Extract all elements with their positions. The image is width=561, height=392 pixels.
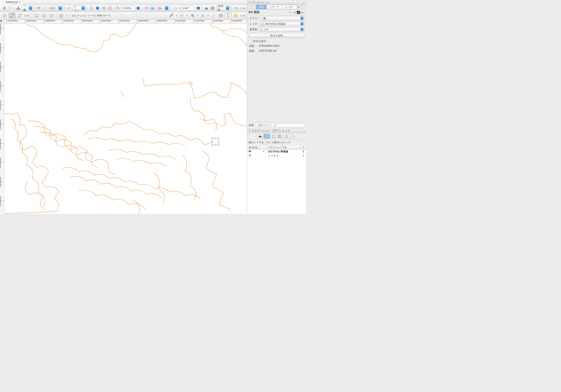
tool-bucket-icon[interactable]: [189, 13, 195, 18]
obj-prev-icon[interactable]: ◀: [292, 11, 296, 14]
nav-design-layers-icon[interactable]: [264, 134, 270, 138]
page-dropdown[interactable]: [95, 6, 100, 11]
tab-shape[interactable]: 形状: [256, 5, 267, 9]
selection-handle[interactable]: [212, 138, 219, 145]
nav-classes-icon[interactable]: [257, 134, 263, 138]
class-dropdown[interactable]: 一般: [22, 6, 33, 11]
multi-view-icon[interactable]: [210, 6, 215, 11]
zoom-dropdown[interactable]: [136, 6, 141, 11]
nav-viewports-icon[interactable]: [277, 134, 283, 138]
class-select[interactable]: 一般: [259, 16, 304, 20]
svg-rect-10: [213, 8, 214, 10]
close-palette-icon[interactable]: ✕: [248, 1, 251, 4]
svg-rect-28: [261, 23, 264, 25]
tool-gear-icon[interactable]: [179, 13, 185, 18]
other-layers-select[interactable]: グレイ表示+スナップ: [266, 141, 304, 144]
visibility-icon[interactable]: 👁: [248, 154, 251, 157]
visibility-icon[interactable]: 👁: [248, 150, 251, 153]
tabs-next-icon[interactable]: ▶: [297, 6, 300, 8]
obj-next-icon[interactable]: ▶: [301, 11, 304, 14]
toolbar-overflow-icon[interactable]: ▶: [243, 14, 246, 17]
svg-rect-0: [18, 7, 19, 7]
angle-down-icon[interactable]: ▾: [179, 7, 181, 9]
back-button[interactable]: [1, 6, 7, 11]
layers-table: 表示設定 デザインレイヤ名 # 👁✓20170101-等高線1👁レイヤ-12: [247, 145, 306, 214]
tab-record[interactable]: レコード: [267, 5, 282, 9]
layer-row[interactable]: 👁✓20170101-等高線1: [247, 149, 306, 154]
layer-row[interactable]: 👁レイヤ-12: [247, 154, 306, 158]
forward-button[interactable]: [8, 6, 13, 11]
nav-header[interactable]: ✕ ナビゲーション - デザインレイヤ ?: [247, 128, 306, 133]
ruler-origin-icon[interactable]: ✥: [0, 20, 4, 24]
svg-rect-3: [19, 9, 20, 10]
tool-wand-icon[interactable]: [168, 13, 174, 18]
tool-3d-icon[interactable]: [232, 13, 239, 18]
mode-disabled-icon[interactable]: [1, 13, 8, 18]
nav-references-icon[interactable]: [290, 134, 296, 138]
ruler-horizontal[interactable]: 1010000001020000001030000001040000001050…: [4, 20, 247, 24]
help-icon[interactable]: ?: [303, 1, 304, 4]
sheet-icon[interactable]: [42, 6, 47, 11]
plane-dropdown[interactable]: 2D平面: [216, 6, 230, 11]
layer-dropdown[interactable]: レイ…: [72, 6, 86, 11]
mode-single-select-icon[interactable]: [9, 13, 15, 18]
fit-page-icon[interactable]: [101, 6, 106, 11]
cube-pink-icon[interactable]: [143, 6, 149, 11]
ruler-vertical[interactable]: 1800000001900000002000000002100000002200…: [0, 24, 4, 214]
obj-menu-icon[interactable]: •••: [288, 11, 292, 14]
nav-help-icon[interactable]: ?: [303, 129, 304, 132]
object-name-input[interactable]: [256, 123, 304, 127]
palette-header[interactable]: ✕ データパレット ?: [247, 0, 306, 5]
svg-rect-19: [28, 15, 29, 16]
tool-blank-page-icon[interactable]: [225, 13, 231, 18]
layers-stack-icon[interactable]: [36, 6, 41, 11]
zoom-field[interactable]: 0.002%: [122, 6, 135, 11]
layer-plane-active-icon[interactable]: [150, 6, 155, 11]
mode-rect-icon[interactable]: [33, 13, 40, 18]
tool-eraser-icon[interactable]: [210, 13, 216, 18]
tool-grid-icon[interactable]: [217, 13, 224, 18]
saved-view-dropdown[interactable]: 2017...: [48, 6, 63, 11]
obj-current-icon[interactable]: ●: [297, 11, 300, 14]
close-tab-icon[interactable]: ✕: [2, 1, 4, 3]
zoom-icon[interactable]: [116, 6, 121, 11]
drawing-canvas[interactable]: ✥ 10100000010200000010300000010400000010…: [0, 20, 247, 214]
svg-rect-31: [261, 137, 262, 138]
tab-render[interactable]: レンダー: [282, 5, 297, 9]
mode-bar: ▾ セレクション ツール: 矩形 モード ▾ ▾ ▾ ▾ ▾ ▶: [0, 12, 247, 20]
mode-lasso-icon[interactable]: [41, 13, 47, 18]
document-tab[interactable]: ✕ 名称未設定 3: [0, 0, 23, 4]
view-2d-dropdown[interactable]: 2D/…: [156, 6, 169, 11]
nav-sheet-layers-icon[interactable]: [270, 134, 276, 138]
arrow-left-pink-icon[interactable]: [66, 6, 71, 11]
overflow-icon[interactable]: ▶: [243, 7, 246, 9]
reverse-direction-button[interactable]: 向きを反転: [248, 33, 304, 38]
svg-rect-29: [260, 135, 261, 136]
fit-objects-icon[interactable]: [107, 6, 112, 11]
angle-dropdown[interactable]: [196, 6, 201, 11]
teapot-icon[interactable]: [233, 6, 239, 11]
layer-select[interactable]: 20170101-等高線: [259, 22, 304, 26]
tool-cube-icon[interactable]: [200, 13, 206, 18]
perimeter-value: 274318628.14mm: [259, 44, 280, 48]
page-icon[interactable]: [89, 6, 94, 11]
nav-saved-views-icon[interactable]: [283, 134, 289, 138]
mode-connect-icon[interactable]: [24, 13, 30, 18]
plane-select[interactable]: レイヤ: [259, 27, 304, 32]
mode-align-dropdown[interactable]: ▾: [65, 14, 67, 17]
mode-align-icon[interactable]: [58, 13, 65, 18]
svg-point-23: [172, 14, 173, 15]
rotate-icon[interactable]: [173, 6, 178, 11]
svg-point-24: [181, 15, 183, 16]
mode-polygon-icon[interactable]: [48, 13, 55, 18]
close-nav-icon[interactable]: ✕: [248, 129, 251, 132]
mode-multi-select-icon[interactable]: [16, 13, 23, 18]
show-direction-checkbox[interactable]: [249, 40, 252, 43]
hierarchy-icon[interactable]: [16, 6, 21, 11]
render-mode-icon[interactable]: [204, 6, 209, 11]
angle-field[interactable]: 0.00°: [182, 6, 195, 11]
object-count: 931 図形: [248, 10, 259, 14]
render-dropdown-icon[interactable]: ▾: [240, 7, 242, 9]
svg-rect-22: [60, 14, 63, 16]
svg-rect-32: [272, 135, 274, 138]
